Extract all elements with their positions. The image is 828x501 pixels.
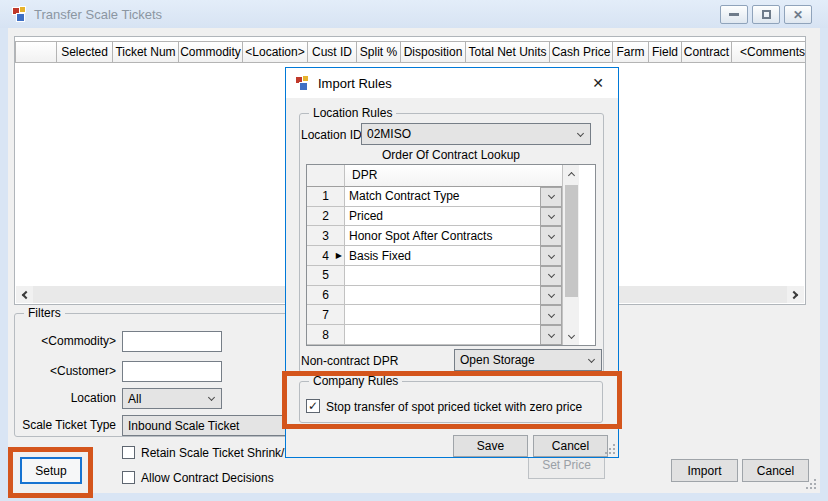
import-rules-dialog: Import Rules ✕ Location Rules Location I… [285,67,619,458]
chevron-down-icon [547,232,554,239]
lookup-row-header[interactable]: 4▶ [307,246,345,266]
window-titlebar: Transfer Scale Tickets [0,0,828,28]
lookup-dropdown-button[interactable] [540,305,562,325]
minimize-icon [729,13,739,16]
dialog-resize-grip[interactable] [603,442,615,454]
lookup-dropdown-button[interactable] [540,246,562,266]
lookup-row-8: 8 [307,325,562,345]
maximize-button[interactable] [752,5,780,24]
lookup-row-header[interactable]: 7 [307,305,345,325]
column-header-split-[interactable]: Split % [356,41,401,63]
chevron-down-icon [547,311,554,318]
close-button[interactable]: ✕ [784,5,812,24]
scroll-down-button[interactable] [563,327,580,345]
window-resize-grip[interactable] [804,477,816,489]
lookup-dropdown-button[interactable] [540,286,562,306]
lookup-grid-header-row: DPR [307,165,562,187]
scrollbar-thumb[interactable] [565,185,578,297]
transfer-scale-tickets-window: Transfer Scale Tickets ✕ SelectedTicket … [0,0,828,501]
close-icon: ✕ [793,9,803,21]
chevron-down-icon [547,192,554,199]
current-row-indicator-icon: ▶ [336,251,342,260]
scroll-left-button[interactable] [16,286,33,303]
chevron-down-icon [577,129,584,136]
retain-shrink-checkbox[interactable] [122,446,135,459]
lookup-dropdown-button[interactable] [540,266,562,286]
lookup-row-header[interactable]: 8 [307,325,345,345]
column-header--location-[interactable]: <Location> [242,41,308,63]
lookup-dpr-cell[interactable] [345,286,540,306]
lookup-dpr-cell[interactable]: Match Contract Type [345,187,540,207]
save-button[interactable]: Save [453,435,528,457]
column-header-commodity[interactable]: Commodity [178,41,243,63]
non-contract-dpr-combo[interactable]: Open Storage [454,349,602,371]
ticket-type-filter-value: Inbound Scale Ticket [128,419,239,433]
ticket-type-filter-label: Scale Ticket Type [14,418,116,432]
location-filter-combo[interactable]: All [122,388,222,409]
chevron-down-icon [208,394,215,401]
lookup-row-4: 4▶Basis Fixed [307,246,562,266]
dialog-cancel-button[interactable]: Cancel [533,435,608,457]
location-filter-label: Location [14,391,116,405]
commodity-filter-input[interactable] [122,331,222,352]
column-header-contract[interactable]: Contract [681,41,732,63]
lookup-dpr-cell[interactable]: Honor Spot After Contracts [345,226,540,246]
lookup-dpr-cell[interactable]: Basis Fixed [345,246,540,266]
column-header-cust-id[interactable]: Cust ID [307,41,357,63]
lookup-row-header[interactable]: 3 [307,226,345,246]
allow-contract-decisions-checkbox[interactable] [122,471,135,484]
chevron-down-icon [547,251,554,258]
lookup-dpr-cell[interactable] [345,325,540,345]
lookup-grid-corner-cell[interactable] [307,165,345,187]
column-header-field[interactable]: Field [648,41,682,63]
retain-shrink-label: Retain Scale Ticket Shrink/D [141,446,293,460]
chevron-down-icon [568,331,575,338]
lookup-dpr-cell[interactable]: Priced [345,207,540,227]
maximize-icon [762,10,771,19]
app-icon [12,6,28,22]
ticket-grid-header: SelectedTicket NumCommodity<Location>Cus… [16,41,806,63]
lookup-row-header[interactable]: 5 [307,266,345,286]
minimize-button[interactable] [720,5,748,24]
setup-button[interactable]: Setup [20,457,82,484]
column-header-row-selector[interactable] [15,41,57,63]
chevron-down-icon [547,271,554,278]
column-header-cash-price[interactable]: Cash Price [549,41,613,63]
non-contract-dpr-label: Non-contract DPR [301,354,398,368]
lookup-dropdown-button[interactable] [540,325,562,345]
chevron-down-icon [547,331,554,338]
cancel-button[interactable]: Cancel [742,459,809,482]
lookup-dropdown-button[interactable] [540,226,562,246]
lookup-grid-scrollbar[interactable] [562,165,579,345]
lookup-row-header[interactable]: 6 [307,286,345,306]
lookup-grid-column-header[interactable]: DPR [345,165,562,187]
import-button[interactable]: Import [671,459,738,482]
lookup-dropdown-button[interactable] [540,187,562,207]
location-id-value: 02MISO [367,127,411,141]
customer-filter-label: <Customer> [14,364,116,378]
column-header--comments-[interactable]: <Comments> [731,41,806,63]
lookup-dpr-cell[interactable] [345,266,540,286]
dialog-title: Import Rules [318,76,392,91]
non-contract-dpr-value: Open Storage [460,353,535,367]
scroll-right-button[interactable] [787,286,804,303]
stop-transfer-checkbox[interactable]: ✓ [306,399,320,413]
lookup-row-header[interactable]: 2 [307,207,345,227]
chevron-down-icon [547,212,554,219]
column-header-ticket-num[interactable]: Ticket Num [112,41,179,63]
chevron-up-icon [568,172,575,179]
chevron-down-icon [547,291,554,298]
dialog-close-button[interactable]: ✕ [586,73,610,93]
column-header-farm[interactable]: Farm [612,41,649,63]
column-header-total-net-units[interactable]: Total Net Units [465,41,550,63]
filters-group-label: Filters [24,306,65,320]
lookup-dropdown-button[interactable] [540,207,562,227]
dialog-titlebar: Import Rules ✕ [286,68,618,98]
column-header-selected[interactable]: Selected [56,41,113,63]
location-id-combo[interactable]: 02MISO [361,123,591,145]
column-header-disposition[interactable]: Disposition [400,41,466,63]
lookup-row-header[interactable]: 1 [307,187,345,207]
scroll-up-button[interactable] [563,165,580,183]
lookup-dpr-cell[interactable] [345,305,540,325]
customer-filter-input[interactable] [122,361,222,382]
